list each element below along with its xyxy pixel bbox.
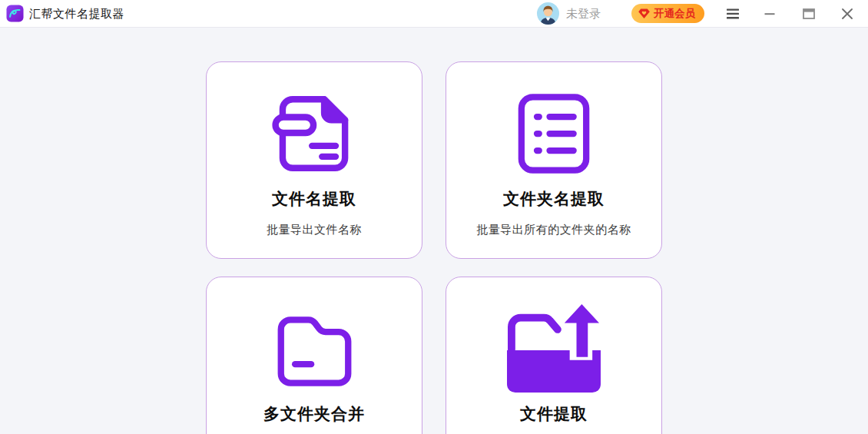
card-multi-folder-merge[interactable]: 多文件夹合并 [206,277,422,434]
close-icon[interactable] [840,7,854,21]
card-subtitle: 批量导出文件名称 [207,223,422,237]
minimize-icon[interactable] [763,7,777,21]
card-title: 多文件夹合并 [207,403,422,425]
card-title: 文件名提取 [207,188,422,210]
menu-icon[interactable] [726,7,740,21]
vip-gem-heart-icon [638,7,651,20]
list-icon [446,88,661,180]
card-file-name-extract[interactable]: 文件名提取 批量导出文件名称 [206,61,422,259]
window-title: 汇帮文件名提取器 [29,0,124,28]
open-vip-button[interactable]: 开通会员 [631,4,704,23]
document-tag-icon [207,88,422,180]
card-title: 文件夹名提取 [446,188,661,210]
card-file-extract[interactable]: 文件提取 [446,277,662,434]
open-vip-label: 开通会员 [654,7,695,21]
folder-outline-icon [207,303,422,395]
user-avatar-icon[interactable] [537,2,559,25]
login-status[interactable]: 未登录 [566,0,601,28]
maximize-icon[interactable] [802,7,816,21]
card-subtitle: 批量导出所有的文件夹的名称 [446,223,661,237]
card-folder-name-extract[interactable]: 文件夹名提取 批量导出所有的文件夹的名称 [446,61,662,259]
folder-upload-icon [446,303,661,395]
app-logo-icon [6,5,24,22]
titlebar: 汇帮文件名提取器 未登录 开通会员 [0,0,868,28]
card-title: 文件提取 [446,403,661,425]
